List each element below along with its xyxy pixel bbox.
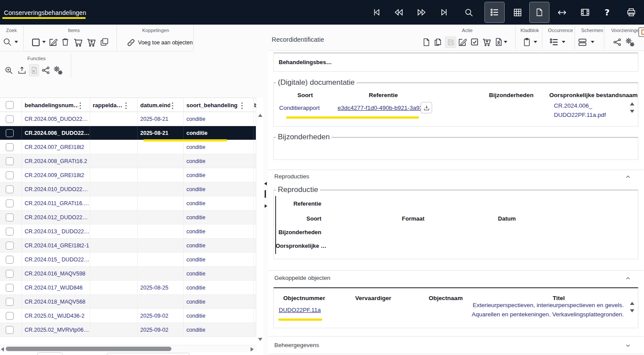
occurrence-spinners[interactable]	[630, 102, 635, 113]
cell-datum[interactable]: 2025-09-02	[140, 323, 180, 337]
scroll-down-arrow[interactable]	[258, 338, 262, 341]
row-checkbox[interactable]	[6, 126, 14, 140]
copy-record-button[interactable]	[433, 37, 443, 47]
clipboard-caret[interactable]	[534, 41, 537, 43]
column-header-partial[interactable]: b	[254, 98, 256, 112]
last-record-button[interactable]	[434, 2, 454, 23]
tasks-checkbox-button[interactable]	[470, 37, 479, 47]
column-header-rappeldatum[interactable]: rappelda…	[93, 98, 124, 112]
table-row[interactable]: CR.2024.010_DUDO22…conditie	[0, 182, 256, 196]
search-button[interactable]	[458, 2, 479, 23]
cell-rappel[interactable]	[93, 182, 132, 196]
add-to-objects-button[interactable]: Voeg toe aan objecten	[126, 36, 193, 49]
cart-button[interactable]	[73, 37, 84, 48]
object-up-arrow[interactable]	[630, 302, 634, 305]
objectnummer-link[interactable]: DUDO22PF.11a	[279, 307, 321, 313]
cell-datum[interactable]	[140, 239, 180, 253]
table-row[interactable]: CR.2024.008_GRATt16.2conditie	[0, 154, 256, 168]
media-viewer-button[interactable]	[575, 2, 595, 23]
export-excel-button[interactable]	[29, 64, 39, 76]
column-header-behandelingsnummer[interactable]: behandelingsnum…	[25, 98, 78, 112]
cell-num[interactable]: CR.2024.008_GRATt16.2	[25, 154, 90, 168]
section-gekoppelde-objecten[interactable]: Gekoppelde objecten	[274, 275, 331, 281]
edit-item-button[interactable]	[48, 37, 58, 47]
collapse-gekoppelde-objecten-icon[interactable]	[625, 275, 630, 280]
cell-num[interactable]: CR.2024.009_GREI18t2	[25, 168, 90, 182]
cell-soort[interactable]: conditie	[186, 253, 248, 267]
cart-add-record-button[interactable]	[481, 37, 492, 47]
collapse-right-arrow[interactable]	[265, 204, 267, 208]
cell-rappel[interactable]	[93, 295, 132, 309]
cell-datum[interactable]	[140, 196, 180, 210]
cell-datum[interactable]	[140, 253, 180, 267]
column-menu-behandelingsnummer[interactable]	[80, 102, 81, 108]
cell-num[interactable]: CR.2024.005_DUDO22…	[25, 112, 90, 126]
behandelingsbeschrijving-fieldbox[interactable]: Behandelingsbes…	[273, 53, 638, 72]
new-record-button[interactable]	[422, 37, 431, 47]
cell-num[interactable]: CR.2024.016_MAQV598	[25, 267, 90, 281]
cell-rappel[interactable]	[93, 210, 132, 225]
cell-datum[interactable]	[140, 210, 180, 225]
row-checkbox[interactable]	[6, 281, 14, 295]
record-owner-caret[interactable]	[504, 41, 507, 43]
table-row[interactable]: CR.2024.016_MAQV598conditie	[0, 267, 256, 281]
object-occurrence-spinners[interactable]	[630, 302, 635, 312]
settings-gears-button[interactable]	[53, 65, 63, 76]
cell-num[interactable]: CR.2024.015_ DUDO22…	[25, 253, 90, 267]
row-checkbox[interactable]	[6, 182, 14, 196]
table-row[interactable]: CR.2024.012_DUDO22…conditie	[0, 210, 256, 225]
cell-num[interactable]: CR.2024.014_GREI18t2-1	[25, 239, 90, 253]
share-record-button[interactable]	[612, 37, 622, 47]
select-items-caret[interactable]	[42, 41, 46, 43]
cell-datum[interactable]: 2025-08-25	[140, 281, 180, 295]
cell-datum[interactable]	[140, 225, 180, 239]
document-view-button[interactable]	[529, 2, 549, 23]
cell-rappel[interactable]	[93, 154, 132, 168]
scroll-left-arrow[interactable]	[1, 347, 4, 351]
cell-rappel[interactable]	[93, 140, 132, 154]
table-row[interactable]: CR.2024.013_ DUDO22…conditie	[0, 225, 256, 239]
row-checkbox[interactable]	[6, 225, 14, 239]
zoom-in-button[interactable]	[4, 65, 14, 75]
table-row[interactable]: CR.2025.01_WIJD436-22025-09-02conditie	[0, 309, 256, 323]
row-checkbox[interactable]	[6, 210, 14, 225]
section-beheergegevens[interactable]: Beheergegevens	[274, 342, 319, 348]
select-items-checkbox[interactable]	[31, 37, 41, 47]
cell-num[interactable]: CR.2025.02_MVRVtp06…	[25, 323, 90, 337]
select-all-checkbox[interactable]	[6, 98, 14, 112]
search-records-button[interactable]	[2, 37, 12, 47]
grid-view-button[interactable]	[507, 2, 528, 23]
screens-button[interactable]	[577, 37, 588, 47]
splitter-handle[interactable]	[265, 190, 266, 198]
cell-soort[interactable]: conditie	[186, 168, 248, 182]
cart-add-button[interactable]	[86, 37, 97, 48]
row-checkbox[interactable]	[6, 309, 14, 323]
cell-soort[interactable]: conditie	[186, 210, 248, 225]
column-header-soort-behandeling[interactable]: soort_behandeling	[186, 98, 239, 112]
copy-item-button[interactable]	[99, 37, 109, 47]
cell-soort[interactable]: conditie	[186, 112, 248, 126]
doc-referentie-link[interactable]: e3dc4277-f1d0-490b-b921-3a93a	[338, 105, 421, 111]
table-row[interactable]: CR.2024.018_MAQV568conditie	[0, 295, 256, 309]
cell-num[interactable]: CR.2024.012_DUDO22…	[25, 210, 90, 225]
vertical-scrollbar[interactable]	[257, 98, 263, 355]
previous-record-button[interactable]	[389, 2, 409, 23]
cell-num[interactable]: CR.2024.018_MAQV568	[25, 295, 90, 309]
cell-rappel[interactable]	[93, 253, 132, 267]
row-checkbox[interactable]	[6, 323, 14, 337]
cell-datum[interactable]	[140, 267, 180, 281]
help-button[interactable]: ?	[597, 2, 617, 23]
column-menu-soort-behandeling[interactable]	[241, 102, 243, 108]
expand-beheergegevens-icon[interactable]	[625, 343, 630, 348]
clipboard-button[interactable]	[522, 37, 532, 47]
cell-datum[interactable]: 2025-09-02	[140, 309, 180, 323]
cell-rappel[interactable]	[93, 239, 132, 253]
cell-soort[interactable]: conditie	[186, 225, 248, 239]
save-record-button[interactable]	[445, 36, 456, 48]
cell-rappel[interactable]	[93, 196, 132, 210]
download-attachment-button[interactable]	[421, 102, 432, 113]
cell-datum[interactable]	[140, 140, 180, 154]
cell-soort[interactable]: conditie	[186, 140, 248, 154]
cell-rappel[interactable]	[93, 225, 132, 239]
cell-rappel[interactable]	[93, 281, 132, 295]
